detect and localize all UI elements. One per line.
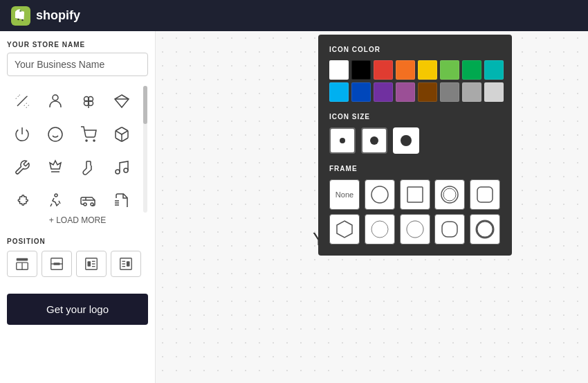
store-name-label: YOUR STORE NAME [7, 41, 148, 48]
icon-color-label: ICON COLOR [329, 46, 501, 53]
icon-tool[interactable] [7, 152, 37, 183]
position-top-btn[interactable] [7, 251, 37, 277]
load-more-button[interactable]: + LOAD MORE [7, 213, 148, 228]
shopify-logo: shopify [11, 6, 80, 26]
svg-point-2 [21, 19, 23, 20]
frame-light-circle[interactable] [400, 214, 430, 244]
position-right-btn[interactable] [111, 251, 141, 277]
frame-grid: None [329, 179, 501, 244]
svg-point-25 [91, 203, 93, 206]
svg-point-24 [84, 203, 86, 206]
color-red[interactable] [374, 60, 393, 80]
scrollbar[interactable] [143, 86, 148, 213]
svg-rect-31 [53, 262, 59, 265]
color-lavender[interactable] [396, 82, 415, 102]
svg-point-4 [53, 95, 58, 100]
position-left-btn[interactable] [76, 251, 107, 277]
icon-music[interactable] [107, 152, 136, 183]
svg-line-3 [17, 96, 27, 106]
size-dot-large [401, 135, 412, 146]
icon-crown[interactable] [40, 152, 71, 183]
options-popup: ICON COLOR ICON SIZE [318, 35, 512, 256]
icon-cart[interactable] [73, 119, 104, 150]
size-dot-medium [370, 136, 378, 145]
icon-box[interactable] [107, 119, 136, 150]
size-large-btn[interactable] [393, 127, 419, 154]
color-teal[interactable] [484, 60, 504, 80]
color-dark-gray[interactable] [440, 82, 459, 102]
frame-thin-circle[interactable] [365, 214, 395, 244]
frame-label: FRAME [329, 165, 501, 172]
color-light-blue[interactable] [329, 82, 349, 102]
svg-rect-50 [442, 222, 457, 237]
svg-point-12 [48, 127, 62, 141]
svg-rect-26 [17, 258, 28, 261]
icon-newspaper[interactable] [107, 186, 136, 207]
svg-point-16 [93, 140, 95, 141]
svg-marker-10 [115, 95, 129, 107]
color-black[interactable] [351, 60, 371, 80]
frame-none[interactable]: None [329, 179, 360, 210]
frame-square[interactable] [400, 179, 430, 210]
svg-point-45 [443, 188, 456, 201]
color-purple[interactable] [374, 82, 393, 102]
left-panel: YOUR STORE NAME [0, 31, 156, 383]
shopify-wordmark: shopify [36, 8, 80, 23]
frame-hexagon[interactable] [329, 214, 360, 244]
icon-car[interactable] [73, 186, 104, 207]
icon-clover[interactable] [73, 86, 104, 116]
svg-marker-47 [337, 221, 352, 238]
size-options [329, 127, 501, 154]
color-white[interactable] [329, 60, 349, 80]
icons-grid [7, 86, 136, 207]
svg-rect-46 [477, 187, 493, 202]
color-yellow[interactable] [418, 60, 437, 80]
frame-rounded-rect[interactable] [434, 214, 465, 244]
preview-area: ICON COLOR ICON SIZE [156, 31, 588, 383]
icon-runner[interactable] [40, 186, 71, 207]
color-green[interactable] [462, 60, 481, 80]
icon-person[interactable] [40, 86, 71, 116]
size-dot-small [340, 138, 345, 143]
position-label: POSITION [7, 238, 148, 245]
svg-point-48 [371, 221, 388, 238]
svg-point-49 [407, 221, 423, 238]
color-orange[interactable] [396, 60, 415, 80]
color-light-green[interactable] [440, 60, 459, 80]
get-logo-button[interactable]: Get your logo [7, 294, 148, 325]
svg-point-21 [116, 170, 120, 174]
position-options [7, 251, 148, 277]
svg-point-22 [124, 168, 128, 172]
store-name-input[interactable] [7, 53, 148, 76]
svg-rect-32 [86, 258, 98, 270]
svg-point-51 [477, 221, 493, 238]
svg-rect-33 [88, 261, 91, 266]
scroll-thumb[interactable] [143, 86, 147, 124]
icon-power[interactable] [7, 119, 37, 150]
frame-circle-thick[interactable] [470, 214, 500, 244]
frame-circle-outline[interactable] [434, 179, 465, 210]
size-medium-btn[interactable] [361, 127, 387, 154]
color-brown[interactable] [418, 82, 437, 102]
icon-magic-wand[interactable] [7, 86, 37, 116]
color-blue[interactable] [351, 82, 371, 102]
svg-point-1 [17, 18, 19, 19]
app-header: shopify [0, 0, 588, 31]
color-medium-gray[interactable] [462, 82, 481, 102]
icon-sock[interactable] [73, 152, 104, 183]
svg-rect-37 [120, 258, 132, 270]
color-light-gray[interactable] [484, 82, 504, 102]
svg-point-15 [86, 140, 87, 141]
position-middle-btn[interactable] [42, 251, 72, 277]
svg-point-44 [441, 186, 458, 203]
icon-puzzle[interactable] [7, 186, 37, 207]
frame-rounded-square[interactable] [470, 179, 500, 210]
shopify-bag-icon [11, 6, 30, 26]
icon-smiley[interactable] [40, 119, 71, 150]
color-grid [329, 60, 501, 102]
size-small-btn[interactable] [329, 127, 356, 154]
icon-diamond[interactable] [107, 86, 136, 116]
frame-circle[interactable] [365, 179, 395, 210]
icon-size-label: ICON SIZE [329, 113, 501, 121]
svg-point-42 [371, 186, 388, 203]
